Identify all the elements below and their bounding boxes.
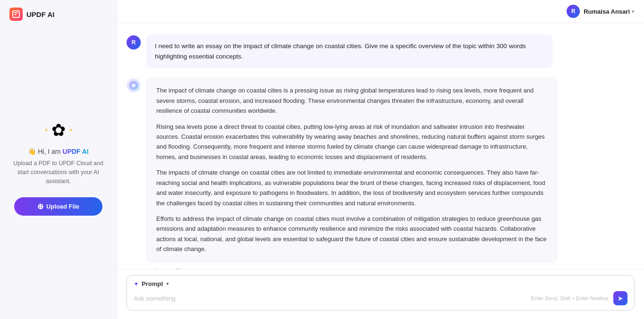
upload-file-button[interactable]: ⊕ Upload File: [14, 197, 102, 216]
ai-paragraph-4: Efforts to address the impact of climate…: [156, 214, 547, 254]
ai-response-content: The impact of climate change on coastal …: [146, 77, 557, 262]
input-box: ✦ Prompt ▾ Enter Send; Shift + Enter New…: [127, 275, 635, 311]
user-message-avatar: R: [127, 35, 141, 50]
user-avatar: R: [567, 5, 580, 18]
prompt-chevron-icon[interactable]: ▾: [166, 281, 169, 287]
user-info[interactable]: R Rumaisa Ansari ▾: [567, 5, 635, 18]
upload-plus-icon: ⊕: [37, 202, 43, 211]
input-hint: Enter Send; Shift + Enter Newline: [531, 295, 609, 301]
user-message-row: R I need to write an essay on the impact…: [127, 34, 635, 68]
input-area: ✦ Prompt ▾ Enter Send; Shift + Enter New…: [117, 269, 644, 319]
greeting-text: 👋 Hi, I am UPDF AI: [28, 148, 89, 155]
upload-label: Upload File: [46, 203, 79, 210]
ai-message-avatar: [127, 78, 141, 92]
input-toolbar: ✦ Prompt ▾: [134, 280, 627, 287]
ask-input[interactable]: [134, 295, 526, 302]
ai-response-block: The impact of climate change on coastal …: [146, 77, 557, 269]
svg-rect-2: [14, 14, 17, 15]
ai-paragraph-3: The impacts of climate change on coastal…: [156, 168, 547, 208]
star-right: ✦: [68, 127, 73, 134]
ai-paragraph-1: The impact of climate change on coastal …: [156, 85, 547, 116]
input-field-row: Enter Send; Shift + Enter Newline ➤: [134, 291, 627, 305]
prompt-sparkle-icon: ✦: [134, 280, 139, 287]
brand-name: UPDF AI: [62, 148, 88, 155]
svg-rect-1: [14, 12, 18, 13]
sidebar: UPDF AI ✦ ✿ ✦ 👋 Hi, I am UPDF AI Upload …: [0, 0, 117, 319]
prompt-label: Prompt: [142, 280, 163, 287]
user-message-text: I need to write an essay on the impact o…: [155, 42, 526, 60]
sidebar-description: Upload a PDF to UPDF Cloud and start con…: [9, 159, 107, 185]
ai-paragraph-2: Rising sea levels pose a direct threat t…: [156, 122, 547, 162]
updf-logo: [9, 8, 23, 21]
send-icon: ➤: [618, 294, 623, 302]
user-name-label: Rumaisa Ansari: [584, 8, 630, 15]
app-title: UPDF AI: [26, 10, 54, 18]
send-button[interactable]: ➤: [613, 291, 627, 305]
sidebar-header: UPDF AI: [0, 8, 117, 21]
ai-message-row: The impact of climate change on coastal …: [127, 77, 635, 269]
flower-icon: ✿: [51, 120, 66, 140]
flower-container: ✦ ✿ ✦: [44, 120, 73, 140]
ai-actions-bar: 👍 👎 ↻ Regenerate ⎘ Copy: [146, 262, 557, 269]
chevron-down-icon: ▾: [632, 8, 635, 15]
chat-area: R I need to write an essay on the impact…: [117, 23, 644, 269]
user-message-bubble: I need to write an essay on the impact o…: [146, 34, 552, 68]
main-chat-area: R Rumaisa Ansari ▾ R I need to write an …: [117, 0, 644, 319]
star-left: ✦: [44, 127, 49, 134]
main-header: R Rumaisa Ansari ▾: [117, 0, 644, 23]
sidebar-illustration: ✦ ✿ ✦ 👋 Hi, I am UPDF AI Upload a PDF to…: [0, 26, 117, 310]
